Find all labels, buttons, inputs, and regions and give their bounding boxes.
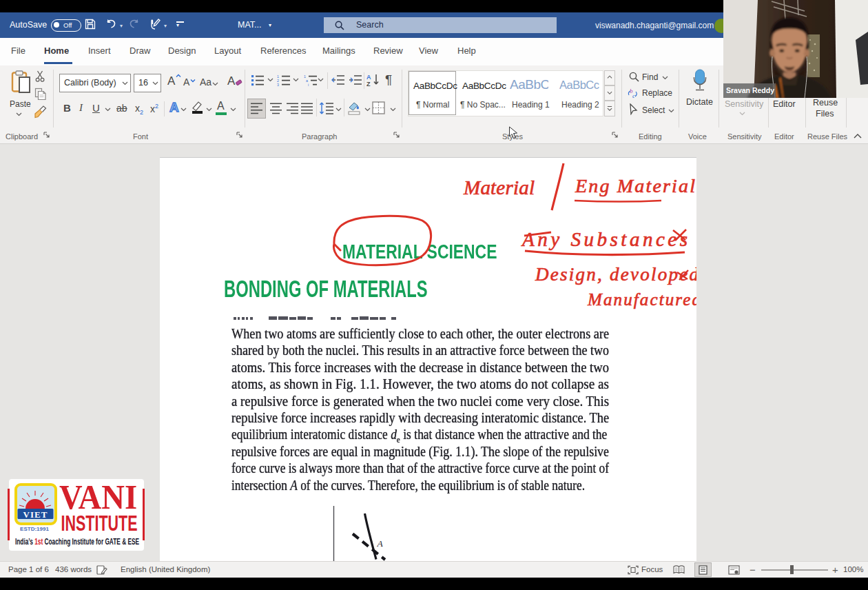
svg-text:Material: Material — [463, 176, 535, 199]
svg-text:i: i — [308, 83, 309, 86]
svg-text:VIET: VIET — [23, 509, 48, 520]
svg-text:ESTD:1991: ESTD:1991 — [20, 526, 49, 532]
svg-text:Manufactured: Manufactured — [587, 290, 696, 309]
svg-text:Z: Z — [366, 81, 371, 87]
svg-text:Design, devoloped: Design, devoloped — [535, 264, 696, 285]
svg-text:Any Substances: Any Substances — [521, 228, 688, 250]
svg-text:INSTITUTE: INSTITUTE — [61, 511, 138, 536]
svg-text:India’s 1st Coaching Institute: India’s 1st Coaching Institute for GATE … — [15, 537, 139, 547]
svg-text:Eng Material: Eng Material — [575, 175, 695, 196]
svg-text:A: A — [366, 74, 371, 81]
svg-text:3: 3 — [277, 83, 279, 86]
svg-text:c: c — [632, 92, 635, 99]
